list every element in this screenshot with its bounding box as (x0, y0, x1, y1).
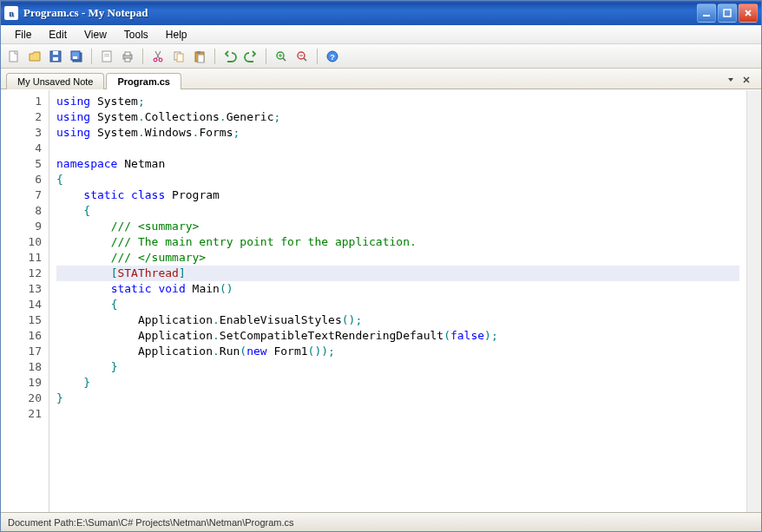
copy-button[interactable] (169, 47, 188, 66)
maximize-button[interactable] (718, 3, 737, 23)
svg-rect-0 (703, 15, 710, 16)
open-file-button[interactable] (25, 47, 44, 66)
toolbar-separator (266, 49, 266, 64)
line-number: 14 (4, 297, 42, 312)
tab-unsaved-note[interactable]: My Unsaved Note (6, 73, 104, 89)
tab-program-cs[interactable]: Program.cs (106, 73, 181, 89)
toolbar-separator (142, 49, 143, 64)
status-path-value: E:\Suman\C# Projects\Netman\Netman\Progr… (76, 517, 294, 528)
line-number: 19 (4, 375, 42, 391)
code-line[interactable]: /// </summary> (56, 250, 739, 266)
line-number: 2 (4, 109, 42, 125)
undo-button[interactable] (220, 47, 240, 66)
tab-close-button[interactable] (740, 73, 752, 89)
save-button[interactable] (46, 47, 65, 66)
line-number: 7 (4, 187, 42, 203)
page-setup-button[interactable] (97, 47, 116, 66)
code-line[interactable]: static class Program (56, 187, 739, 203)
svg-rect-4 (53, 57, 58, 61)
close-icon (743, 8, 753, 18)
code-line[interactable]: } (56, 375, 739, 391)
cut-button[interactable] (148, 47, 168, 66)
line-number: 5 (4, 156, 42, 172)
svg-point-16 (159, 58, 162, 62)
svg-rect-13 (125, 52, 130, 56)
copy-icon (172, 49, 186, 63)
line-number: 9 (4, 219, 42, 234)
svg-rect-20 (198, 55, 204, 62)
save-all-button[interactable] (67, 47, 86, 66)
line-number: 16 (4, 328, 42, 344)
line-number: 12 (4, 266, 42, 281)
code-line[interactable]: } (56, 359, 739, 375)
app-window: n Program.cs - My Notepad File Edit View… (0, 0, 762, 532)
line-number: 21 (4, 406, 42, 422)
code-line[interactable]: } (56, 391, 739, 406)
print-icon (121, 49, 135, 63)
code-line[interactable]: using System; (56, 94, 739, 109)
svg-rect-5 (53, 51, 58, 55)
code-line[interactable]: using System.Collections.Generic; (56, 109, 739, 125)
app-icon: n (4, 6, 18, 20)
save-icon (49, 49, 62, 63)
menu-file[interactable]: File (6, 27, 40, 43)
new-file-icon (7, 49, 21, 63)
titlebar[interactable]: n Program.cs - My Notepad (1, 1, 761, 25)
menu-edit[interactable]: Edit (40, 27, 76, 43)
print-button[interactable] (118, 47, 137, 66)
code-line[interactable]: Application.EnableVisualStyles(); (56, 312, 739, 328)
help-icon: ? (325, 49, 339, 63)
line-number: 15 (4, 312, 42, 328)
paste-button[interactable] (190, 47, 209, 66)
zoom-in-button[interactable] (272, 47, 291, 66)
new-file-button[interactable] (4, 47, 23, 66)
redo-icon (244, 49, 258, 63)
minimize-button[interactable] (697, 3, 716, 23)
zoom-out-icon (295, 49, 309, 63)
help-button[interactable]: ? (323, 47, 342, 66)
line-number: 8 (4, 203, 42, 219)
redo-button[interactable] (241, 47, 260, 66)
minimize-icon (701, 8, 712, 18)
code-line[interactable]: static void Main() (56, 281, 739, 297)
code-line[interactable] (56, 406, 739, 422)
line-number: 1 (4, 94, 42, 109)
code-line[interactable]: { (56, 172, 739, 187)
line-number: 3 (4, 125, 42, 141)
code-line[interactable]: { (56, 203, 739, 219)
line-number: 10 (4, 234, 42, 250)
svg-rect-18 (177, 54, 183, 62)
menu-tools[interactable]: Tools (115, 27, 157, 43)
menu-view[interactable]: View (76, 27, 115, 43)
code-line[interactable] (56, 141, 739, 156)
svg-rect-10 (104, 54, 109, 55)
close-icon (742, 76, 751, 84)
line-number: 20 (4, 391, 42, 406)
vertical-scrollbar[interactable] (746, 90, 761, 512)
code-line[interactable]: Application.SetCompatibleTextRenderingDe… (56, 328, 739, 344)
maximize-icon (722, 8, 732, 18)
code-line[interactable]: namespace Netman (56, 156, 739, 172)
svg-rect-14 (125, 58, 130, 62)
code-line[interactable]: { (56, 297, 739, 312)
zoom-out-button[interactable] (292, 47, 312, 66)
code-line[interactable]: Application.Run(new Form1()); (56, 344, 739, 359)
line-number: 6 (4, 172, 42, 187)
svg-rect-1 (724, 10, 731, 16)
close-button[interactable] (739, 3, 758, 23)
code-line[interactable]: [STAThread] (56, 266, 739, 281)
tab-dropdown-button[interactable] (725, 73, 737, 89)
zoom-in-icon (274, 49, 288, 63)
code-area[interactable]: using System;using System.Collections.Ge… (49, 90, 746, 512)
svg-rect-21 (197, 51, 200, 54)
code-line[interactable]: using System.Windows.Forms; (56, 125, 739, 141)
window-title: Program.cs - My Notepad (23, 6, 148, 20)
code-line[interactable]: /// The main entry point for the applica… (56, 234, 739, 250)
statusbar: Document Path: E:\Suman\C# Projects\Netm… (1, 512, 761, 531)
code-line[interactable]: /// <summary> (56, 219, 739, 234)
menu-help[interactable]: Help (157, 27, 196, 43)
line-number: 4 (4, 141, 42, 156)
line-number: 11 (4, 250, 42, 266)
code-editor[interactable]: 123456789101112131415161718192021 using … (1, 89, 761, 512)
save-all-icon (69, 49, 83, 63)
